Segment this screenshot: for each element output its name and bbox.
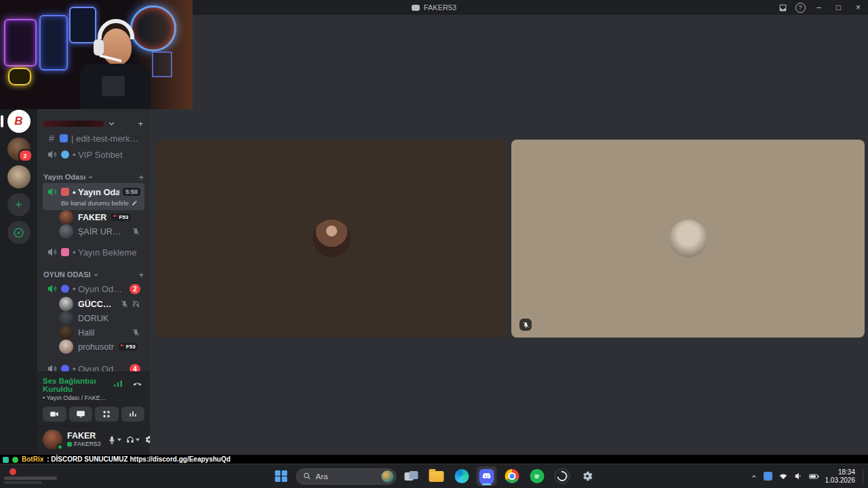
voice-user-faker[interactable]: FAKER F53	[55, 210, 144, 224]
soundboard-button[interactable]	[121, 407, 145, 422]
speaker-icon	[47, 247, 58, 258]
start-button[interactable]	[271, 466, 292, 486]
server-header[interactable]: +	[37, 117, 150, 130]
taskbar-clock[interactable]: 18:34 1.03.2026	[825, 468, 856, 485]
obs-button[interactable]	[552, 466, 572, 486]
pencil-icon	[132, 200, 138, 206]
flag-icon	[121, 344, 125, 348]
neon-sign-blue-2	[69, 7, 96, 43]
voice-signal-icon	[111, 377, 125, 390]
inbox-icon[interactable]	[774, 0, 791, 15]
settings-button[interactable]	[142, 433, 150, 446]
voice-user-prohusotr[interactable]: prohusotr F53	[55, 340, 144, 354]
sidebar-bottom-panel: Ses Bağlantısı Kuruldu • Yayın Odası / F…	[37, 371, 150, 455]
tray-date: 1.03.2026	[825, 476, 856, 485]
chevron-down-icon	[136, 439, 140, 441]
battery-icon[interactable]	[809, 473, 819, 480]
channel-vip-sohbet[interactable]: • VIP Sohbet	[43, 146, 144, 163]
hidden-icons-chevron[interactable]	[751, 473, 757, 480]
category-oyun-odasi[interactable]: OYUN ODASI +	[37, 268, 150, 281]
red-dot-badge	[9, 468, 16, 475]
voice-user-gucceli[interactable]: GÜCCELİ AH...	[55, 297, 144, 311]
ticker-bot-name: BotRix	[22, 455, 43, 464]
mic-icon	[107, 435, 117, 445]
mic-button[interactable]	[106, 434, 123, 446]
tray-app-icon[interactable]	[764, 472, 772, 481]
voice-user-doruk[interactable]: DORUK	[55, 311, 144, 325]
voice-user-sair-uruzbu[interactable]: ŞAİR URUZBU	[55, 224, 144, 239]
maximize-button[interactable]: □	[829, 0, 848, 15]
edge-icon	[454, 469, 469, 483]
mention-badge: 2	[18, 149, 33, 162]
channel-oyun-odasi-1[interactable]: • Oyun Odası 1 2	[43, 281, 144, 297]
create-channel-button[interactable]: +	[138, 270, 144, 280]
server-initial: B	[14, 115, 22, 128]
avatar	[59, 325, 73, 340]
search-icon	[303, 472, 312, 481]
server-icon-2[interactable]: 2	[7, 138, 31, 161]
screen-share-button[interactable]	[69, 407, 93, 422]
discord-button[interactable]	[477, 466, 497, 486]
channel-emoji-game	[61, 285, 69, 293]
voice-channel-path[interactable]: • Yayın Odası / FAKER53	[43, 394, 106, 401]
show-desktop-button[interactable]	[863, 469, 865, 484]
chevron-down-icon	[93, 272, 99, 278]
shirt-print	[102, 76, 125, 96]
category-yayin-odasi[interactable]: Yayın Odası +	[37, 171, 150, 183]
neon-sign-purple	[4, 19, 37, 66]
voice-user-halil[interactable]: Halil	[55, 325, 144, 340]
window-title-group: FAKER53	[412, 3, 456, 12]
user-name: FAKER	[67, 432, 101, 441]
wifi-icon[interactable]	[778, 472, 788, 480]
custom-status-emoji	[67, 442, 72, 447]
hash-icon: #	[47, 133, 56, 144]
windows-taskbar: Ara	[0, 464, 868, 488]
spotify-button[interactable]	[527, 466, 547, 486]
channel-edit-test-merkezi[interactable]: # | edit-test-merkezi	[43, 130, 144, 146]
task-view-icon	[405, 471, 418, 482]
server-icon-botrix[interactable]: B	[7, 110, 31, 133]
active-app-indicator	[482, 483, 492, 485]
deafen-button[interactable]	[124, 434, 141, 446]
online-status-dot	[56, 443, 64, 451]
chrome-button[interactable]	[502, 466, 522, 486]
user-name: ŞAİR URUZBU	[78, 227, 127, 237]
folder-icon	[429, 471, 444, 482]
ticker-text: : DİSCORD SUNUCUMUZ https://discord.gg/E…	[47, 455, 231, 464]
blurred-text-line	[4, 481, 42, 484]
activities-button[interactable]	[95, 407, 119, 422]
disconnect-button[interactable]	[130, 377, 144, 390]
user-panel: FAKER FAKER53	[37, 426, 150, 455]
unread-pill	[1, 115, 3, 127]
speaker-icon	[47, 283, 58, 294]
task-view-button[interactable]	[401, 466, 422, 486]
channel-label: • Yayın Odası	[73, 187, 119, 197]
user-name: Halil	[78, 328, 94, 338]
headset-earcup	[94, 39, 104, 56]
file-explorer-button[interactable]	[427, 466, 447, 486]
server-icon-3[interactable]	[7, 165, 31, 188]
help-icon[interactable]: ?	[791, 0, 809, 15]
tray-time: 18:34	[825, 468, 856, 476]
create-channel-button[interactable]: +	[138, 119, 143, 129]
discord-app-icon	[412, 5, 420, 11]
channel-status-row[interactable]: Bir kanal durumu belirle	[47, 199, 140, 207]
video-tile-guest[interactable]	[511, 140, 865, 338]
taskbar-search[interactable]: Ara	[296, 468, 397, 485]
avatar	[59, 311, 73, 325]
channel-yayin-bekleme[interactable]: • Yayın Bekleme	[43, 244, 144, 260]
avatar[interactable]	[43, 430, 62, 449]
channel-label: | edit-test-merkezi	[71, 134, 140, 144]
video-tile-faker[interactable]	[155, 140, 507, 338]
create-channel-button[interactable]: +	[138, 172, 144, 182]
explore-servers-button[interactable]	[7, 221, 31, 244]
minimize-button[interactable]: –	[809, 0, 829, 15]
settings-button-taskbar[interactable]	[577, 466, 597, 486]
channel-yayin-odasi-selected[interactable]: • Yayın Odası 5:50 Bir kanal durumu beli…	[43, 183, 144, 210]
camera-button[interactable]	[43, 407, 66, 422]
volume-icon[interactable]	[794, 472, 803, 481]
edge-button[interactable]	[452, 466, 472, 486]
channel-emoji-book	[60, 134, 68, 142]
add-server-button[interactable]: +	[7, 193, 31, 216]
close-button[interactable]: ×	[848, 0, 868, 15]
